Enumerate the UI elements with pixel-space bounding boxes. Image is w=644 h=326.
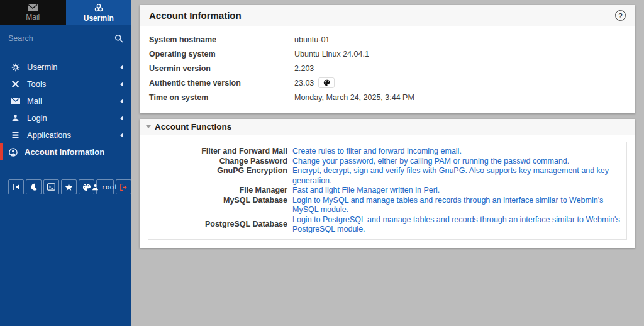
account-information-panel: Account Information ? System hostname ub…	[140, 5, 635, 113]
info-value: Ubuntu Linux 24.04.1	[294, 50, 369, 59]
sidebar-item-label: Tools	[27, 79, 120, 89]
function-row: File Manager Fast and light File Manager…	[154, 186, 621, 196]
sidebar-menu: Usermin Tools Mail Login	[0, 59, 131, 160]
apps-list-icon	[11, 131, 20, 139]
function-row: PostgreSQL Database Login to PostgreSQL …	[154, 215, 621, 235]
info-value: ubuntu-01	[294, 35, 330, 44]
info-row: Usermin version 2.203	[149, 61, 626, 76]
page-title: Account Information	[149, 10, 615, 21]
logout-icon	[119, 183, 128, 191]
section-title: Account Functions	[155, 122, 231, 132]
info-label: Authentic theme version	[149, 79, 294, 87]
terminal-icon	[47, 183, 55, 191]
search-icon[interactable]	[114, 34, 123, 43]
info-label: Operating system	[149, 50, 294, 59]
function-link[interactable]: Fast and light File Manager written in P…	[292, 186, 621, 196]
sidebar-item-login[interactable]: Login	[0, 110, 131, 126]
collapse-section-icon[interactable]	[146, 125, 151, 128]
chevron-left-icon	[120, 65, 123, 70]
sidebar-tabs: Mail Usermin	[0, 0, 131, 25]
help-icon[interactable]: ?	[615, 10, 626, 21]
sidebar-item-usermin[interactable]: Usermin	[0, 59, 131, 76]
function-label: Filter and Forward Mail	[154, 147, 292, 157]
mail-icon	[11, 98, 20, 104]
sidebar-footer-buttons: root	[8, 179, 131, 194]
function-label: GnuPG Encryption	[154, 166, 292, 186]
info-value: Monday, March 24, 2025, 3:44 PM	[294, 93, 414, 102]
theme-configure-button[interactable]	[318, 77, 335, 88]
account-functions-panel: Account Functions Filter and Forward Mai…	[140, 119, 635, 248]
tab-mail-label: Mail	[26, 13, 40, 21]
sidebar-item-label: Account Information	[25, 147, 123, 157]
chevron-left-icon	[120, 116, 123, 121]
sidebar-item-account-information[interactable]: Account Information	[0, 143, 131, 160]
info-row: Time on system Monday, March 24, 2025, 3…	[149, 90, 626, 104]
function-label: File Manager	[154, 186, 292, 196]
moon-icon	[30, 183, 38, 191]
user-button[interactable]: root	[96, 179, 114, 194]
function-link[interactable]: Change your password, either by calling …	[292, 157, 621, 167]
function-link[interactable]: Login to MySQL and manage tables and rec…	[292, 196, 621, 215]
palette-icon	[82, 183, 91, 191]
info-label: Time on system	[149, 93, 294, 102]
logout-button[interactable]	[116, 179, 131, 194]
function-row: Change Password Change your password, ei…	[154, 157, 621, 167]
collapse-sidebar-button[interactable]	[8, 179, 24, 194]
function-row: MySQL Database Login to MySQL and manage…	[154, 196, 621, 215]
usermin-logo-icon	[94, 3, 104, 13]
favorites-button[interactable]	[61, 179, 77, 194]
account-circle-icon	[8, 148, 18, 157]
account-information-header: Account Information ?	[140, 5, 635, 26]
function-link[interactable]: Create rules to filter and forward incom…	[292, 147, 621, 157]
search-input[interactable]	[8, 34, 114, 43]
user-icon	[11, 114, 20, 122]
account-functions-header: Account Functions	[140, 119, 635, 135]
functions-table: Filter and Forward Mail Create rules to …	[148, 142, 627, 240]
night-mode-button[interactable]	[26, 179, 42, 194]
tab-usermin-label: Usermin	[84, 14, 114, 23]
sidebar-item-label: Mail	[27, 96, 120, 106]
sidebar-item-label: Usermin	[27, 62, 120, 72]
sidebar-item-label: Login	[27, 113, 120, 123]
sidebar-item-label: Applications	[27, 130, 120, 140]
sidebar-item-applications[interactable]: Applications	[0, 126, 131, 143]
star-icon	[65, 183, 73, 191]
user-icon	[92, 184, 99, 191]
info-value: 23.03	[294, 77, 335, 88]
function-link[interactable]: Encrypt, decrypt, sign and verify files …	[292, 166, 621, 186]
function-label: PostgreSQL Database	[154, 220, 292, 230]
chevron-left-icon	[120, 99, 123, 104]
sidebar-item-tools[interactable]: Tools	[0, 76, 131, 93]
collapse-icon	[12, 183, 20, 191]
theme-version-value: 23.03	[294, 79, 314, 87]
sidebar: Mail Usermin Usermin Tools	[0, 0, 131, 326]
info-row: System hostname ubuntu-01	[149, 32, 626, 47]
function-link[interactable]: Login to PostgreSQL and manage tables an…	[292, 215, 621, 235]
info-value: 2.203	[294, 64, 314, 73]
info-label: Usermin version	[149, 64, 294, 73]
sidebar-search	[8, 34, 123, 47]
function-row: GnuPG Encryption Encrypt, decrypt, sign …	[154, 166, 621, 186]
function-row: Filter and Forward Mail Create rules to …	[154, 147, 621, 157]
tab-mail[interactable]: Mail	[0, 0, 66, 25]
tab-usermin[interactable]: Usermin	[66, 0, 132, 25]
info-row: Authentic theme version 23.03	[149, 76, 626, 90]
sidebar-item-mail[interactable]: Mail	[0, 93, 131, 110]
chevron-left-icon	[120, 82, 123, 87]
info-row: Operating system Ubuntu Linux 24.04.1	[149, 47, 626, 61]
account-functions-body: Filter and Forward Mail Create rules to …	[140, 135, 635, 248]
chevron-left-icon	[120, 133, 123, 138]
main-content: Account Information ? System hostname ub…	[131, 0, 644, 326]
info-label: System hostname	[149, 35, 294, 44]
function-label: MySQL Database	[154, 196, 292, 215]
terminal-button[interactable]	[43, 179, 59, 194]
palette-icon	[323, 79, 330, 86]
account-information-body: System hostname ubuntu-01 Operating syst…	[140, 26, 635, 113]
function-label: Change Password	[154, 157, 292, 167]
gear-icon	[11, 63, 20, 72]
tools-icon	[11, 80, 20, 88]
mail-icon	[28, 4, 38, 11]
